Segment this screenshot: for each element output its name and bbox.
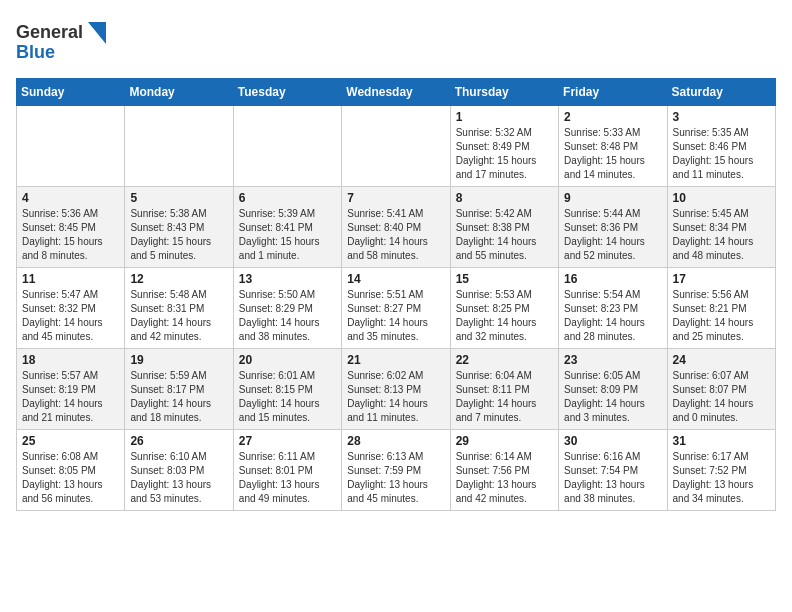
- day-number: 10: [673, 191, 770, 205]
- calendar-table: SundayMondayTuesdayWednesdayThursdayFrid…: [16, 78, 776, 511]
- day-info: Sunrise: 5:45 AM Sunset: 8:34 PM Dayligh…: [673, 207, 770, 263]
- day-info: Sunrise: 5:47 AM Sunset: 8:32 PM Dayligh…: [22, 288, 119, 344]
- calendar-cell-w0-d1: [125, 106, 233, 187]
- day-number: 13: [239, 272, 336, 286]
- day-number: 29: [456, 434, 553, 448]
- calendar-cell-w3-d5: 23Sunrise: 6:05 AM Sunset: 8:09 PM Dayli…: [559, 349, 667, 430]
- day-number: 5: [130, 191, 227, 205]
- calendar-cell-w3-d0: 18Sunrise: 5:57 AM Sunset: 8:19 PM Dayli…: [17, 349, 125, 430]
- day-info: Sunrise: 6:08 AM Sunset: 8:05 PM Dayligh…: [22, 450, 119, 506]
- calendar-cell-w2-d4: 15Sunrise: 5:53 AM Sunset: 8:25 PM Dayli…: [450, 268, 558, 349]
- day-number: 31: [673, 434, 770, 448]
- day-info: Sunrise: 5:48 AM Sunset: 8:31 PM Dayligh…: [130, 288, 227, 344]
- day-number: 20: [239, 353, 336, 367]
- day-number: 1: [456, 110, 553, 124]
- calendar-cell-w1-d5: 9Sunrise: 5:44 AM Sunset: 8:36 PM Daylig…: [559, 187, 667, 268]
- calendar-cell-w2-d3: 14Sunrise: 5:51 AM Sunset: 8:27 PM Dayli…: [342, 268, 450, 349]
- day-info: Sunrise: 6:07 AM Sunset: 8:07 PM Dayligh…: [673, 369, 770, 425]
- calendar-cell-w0-d4: 1Sunrise: 5:32 AM Sunset: 8:49 PM Daylig…: [450, 106, 558, 187]
- calendar-cell-w4-d0: 25Sunrise: 6:08 AM Sunset: 8:05 PM Dayli…: [17, 430, 125, 511]
- day-info: Sunrise: 5:51 AM Sunset: 8:27 PM Dayligh…: [347, 288, 444, 344]
- day-info: Sunrise: 5:42 AM Sunset: 8:38 PM Dayligh…: [456, 207, 553, 263]
- day-info: Sunrise: 6:02 AM Sunset: 8:13 PM Dayligh…: [347, 369, 444, 425]
- svg-marker-2: [88, 22, 106, 44]
- day-info: Sunrise: 6:13 AM Sunset: 7:59 PM Dayligh…: [347, 450, 444, 506]
- calendar-cell-w4-d6: 31Sunrise: 6:17 AM Sunset: 7:52 PM Dayli…: [667, 430, 775, 511]
- day-number: 9: [564, 191, 661, 205]
- day-number: 14: [347, 272, 444, 286]
- day-info: Sunrise: 5:53 AM Sunset: 8:25 PM Dayligh…: [456, 288, 553, 344]
- day-info: Sunrise: 6:14 AM Sunset: 7:56 PM Dayligh…: [456, 450, 553, 506]
- calendar-cell-w4-d5: 30Sunrise: 6:16 AM Sunset: 7:54 PM Dayli…: [559, 430, 667, 511]
- day-number: 11: [22, 272, 119, 286]
- day-number: 8: [456, 191, 553, 205]
- svg-text:Blue: Blue: [16, 42, 55, 62]
- day-info: Sunrise: 5:50 AM Sunset: 8:29 PM Dayligh…: [239, 288, 336, 344]
- day-info: Sunrise: 5:57 AM Sunset: 8:19 PM Dayligh…: [22, 369, 119, 425]
- day-number: 30: [564, 434, 661, 448]
- calendar-cell-w2-d5: 16Sunrise: 5:54 AM Sunset: 8:23 PM Dayli…: [559, 268, 667, 349]
- day-number: 19: [130, 353, 227, 367]
- day-info: Sunrise: 5:38 AM Sunset: 8:43 PM Dayligh…: [130, 207, 227, 263]
- calendar-cell-w1-d1: 5Sunrise: 5:38 AM Sunset: 8:43 PM Daylig…: [125, 187, 233, 268]
- day-number: 6: [239, 191, 336, 205]
- day-info: Sunrise: 6:04 AM Sunset: 8:11 PM Dayligh…: [456, 369, 553, 425]
- calendar-cell-w3-d2: 20Sunrise: 6:01 AM Sunset: 8:15 PM Dayli…: [233, 349, 341, 430]
- weekday-header-saturday: Saturday: [667, 79, 775, 106]
- day-number: 24: [673, 353, 770, 367]
- day-info: Sunrise: 6:10 AM Sunset: 8:03 PM Dayligh…: [130, 450, 227, 506]
- day-number: 26: [130, 434, 227, 448]
- day-number: 18: [22, 353, 119, 367]
- calendar-cell-w0-d3: [342, 106, 450, 187]
- day-info: Sunrise: 5:33 AM Sunset: 8:48 PM Dayligh…: [564, 126, 661, 182]
- calendar-cell-w2-d1: 12Sunrise: 5:48 AM Sunset: 8:31 PM Dayli…: [125, 268, 233, 349]
- calendar-cell-w4-d3: 28Sunrise: 6:13 AM Sunset: 7:59 PM Dayli…: [342, 430, 450, 511]
- day-number: 25: [22, 434, 119, 448]
- day-number: 12: [130, 272, 227, 286]
- day-number: 7: [347, 191, 444, 205]
- day-info: Sunrise: 6:05 AM Sunset: 8:09 PM Dayligh…: [564, 369, 661, 425]
- day-number: 22: [456, 353, 553, 367]
- weekday-header-sunday: Sunday: [17, 79, 125, 106]
- calendar-cell-w4-d4: 29Sunrise: 6:14 AM Sunset: 7:56 PM Dayli…: [450, 430, 558, 511]
- calendar-cell-w3-d6: 24Sunrise: 6:07 AM Sunset: 8:07 PM Dayli…: [667, 349, 775, 430]
- calendar-cell-w0-d0: [17, 106, 125, 187]
- day-number: 16: [564, 272, 661, 286]
- day-info: Sunrise: 5:39 AM Sunset: 8:41 PM Dayligh…: [239, 207, 336, 263]
- day-info: Sunrise: 6:16 AM Sunset: 7:54 PM Dayligh…: [564, 450, 661, 506]
- weekday-header-tuesday: Tuesday: [233, 79, 341, 106]
- calendar-cell-w1-d6: 10Sunrise: 5:45 AM Sunset: 8:34 PM Dayli…: [667, 187, 775, 268]
- calendar-cell-w1-d0: 4Sunrise: 5:36 AM Sunset: 8:45 PM Daylig…: [17, 187, 125, 268]
- day-info: Sunrise: 5:35 AM Sunset: 8:46 PM Dayligh…: [673, 126, 770, 182]
- day-info: Sunrise: 6:01 AM Sunset: 8:15 PM Dayligh…: [239, 369, 336, 425]
- weekday-header-wednesday: Wednesday: [342, 79, 450, 106]
- calendar-cell-w1-d4: 8Sunrise: 5:42 AM Sunset: 8:38 PM Daylig…: [450, 187, 558, 268]
- day-info: Sunrise: 5:56 AM Sunset: 8:21 PM Dayligh…: [673, 288, 770, 344]
- weekday-header-monday: Monday: [125, 79, 233, 106]
- calendar-cell-w2-d6: 17Sunrise: 5:56 AM Sunset: 8:21 PM Dayli…: [667, 268, 775, 349]
- weekday-header-thursday: Thursday: [450, 79, 558, 106]
- day-info: Sunrise: 6:17 AM Sunset: 7:52 PM Dayligh…: [673, 450, 770, 506]
- day-info: Sunrise: 5:32 AM Sunset: 8:49 PM Dayligh…: [456, 126, 553, 182]
- calendar-cell-w0-d2: [233, 106, 341, 187]
- calendar-cell-w3-d3: 21Sunrise: 6:02 AM Sunset: 8:13 PM Dayli…: [342, 349, 450, 430]
- day-info: Sunrise: 5:54 AM Sunset: 8:23 PM Dayligh…: [564, 288, 661, 344]
- day-info: Sunrise: 5:41 AM Sunset: 8:40 PM Dayligh…: [347, 207, 444, 263]
- calendar-cell-w3-d1: 19Sunrise: 5:59 AM Sunset: 8:17 PM Dayli…: [125, 349, 233, 430]
- day-number: 17: [673, 272, 770, 286]
- day-info: Sunrise: 6:11 AM Sunset: 8:01 PM Dayligh…: [239, 450, 336, 506]
- calendar-cell-w4-d2: 27Sunrise: 6:11 AM Sunset: 8:01 PM Dayli…: [233, 430, 341, 511]
- day-number: 28: [347, 434, 444, 448]
- logo: General Blue: [16, 16, 116, 68]
- day-number: 2: [564, 110, 661, 124]
- day-info: Sunrise: 5:44 AM Sunset: 8:36 PM Dayligh…: [564, 207, 661, 263]
- day-info: Sunrise: 5:36 AM Sunset: 8:45 PM Dayligh…: [22, 207, 119, 263]
- calendar-cell-w2-d0: 11Sunrise: 5:47 AM Sunset: 8:32 PM Dayli…: [17, 268, 125, 349]
- day-number: 23: [564, 353, 661, 367]
- calendar-cell-w3-d4: 22Sunrise: 6:04 AM Sunset: 8:11 PM Dayli…: [450, 349, 558, 430]
- day-number: 21: [347, 353, 444, 367]
- svg-text:General: General: [16, 22, 83, 42]
- day-info: Sunrise: 5:59 AM Sunset: 8:17 PM Dayligh…: [130, 369, 227, 425]
- day-number: 4: [22, 191, 119, 205]
- calendar-cell-w0-d5: 2Sunrise: 5:33 AM Sunset: 8:48 PM Daylig…: [559, 106, 667, 187]
